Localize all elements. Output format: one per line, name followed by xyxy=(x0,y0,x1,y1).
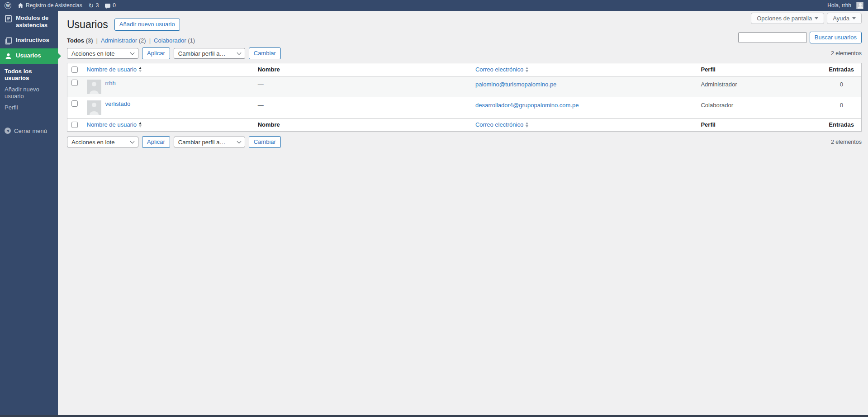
view-count: (2) xyxy=(139,37,146,44)
username-link[interactable]: verlistado xyxy=(105,100,131,107)
add-new-user-button[interactable]: Añadir nuevo usuario xyxy=(114,19,180,30)
chevron-down-icon xyxy=(237,139,241,143)
sidebar-item-usuarios[interactable]: Usuarios xyxy=(0,48,58,64)
comments-icon xyxy=(105,4,110,8)
submenu-item-perfil[interactable]: Perfil xyxy=(0,102,58,113)
users-table: Nombre de usuario Nombre Correo electrón… xyxy=(67,63,862,132)
column-footer-posts: Entradas xyxy=(829,121,854,128)
comments-count: 0 xyxy=(113,2,116,9)
user-icon xyxy=(5,52,12,60)
view-count: (1) xyxy=(188,37,195,44)
bulk-actions-select-bottom[interactable]: Acciones en lote xyxy=(67,137,138,147)
account-menu[interactable]: Hola, rrhh xyxy=(827,0,863,11)
document-pages-icon xyxy=(5,37,12,45)
help-label: Ayuda xyxy=(833,15,849,22)
home-icon xyxy=(18,3,24,9)
row-checkbox[interactable] xyxy=(71,100,78,107)
items-count: 2 elementos xyxy=(831,139,862,145)
search-users-input[interactable] xyxy=(738,32,807,43)
user-posts-count: 0 xyxy=(840,81,843,88)
row-checkbox[interactable] xyxy=(71,80,78,86)
horizontal-scrollbar[interactable] xyxy=(0,415,868,417)
change-role-value: Cambiar perfil a… xyxy=(178,50,226,57)
updates-icon: ↻ xyxy=(89,3,94,9)
select-all-checkbox[interactable] xyxy=(71,122,78,128)
apply-button-bottom[interactable]: Aplicar xyxy=(142,136,170,148)
chevron-down-icon xyxy=(237,50,241,55)
select-all-checkbox[interactable] xyxy=(71,66,78,73)
change-role-button[interactable]: Cambiar xyxy=(249,47,281,59)
chevron-down-icon xyxy=(852,17,856,21)
user-posts-count: 0 xyxy=(840,102,843,109)
admin-bar: W Registro de Asistencias ↻ 3 0 Hola, rr… xyxy=(0,0,868,11)
collapse-arrow-icon: ◀ xyxy=(5,128,11,134)
wordpress-logo-menu[interactable]: W xyxy=(5,0,11,11)
sort-icon xyxy=(526,122,528,128)
column-header-name: Nombre xyxy=(258,66,280,73)
updates-indicator[interactable]: ↻ 3 xyxy=(89,0,99,11)
user-email-link[interactable]: palomino@turismopalomino.pe xyxy=(475,81,556,88)
change-role-value: Cambiar perfil a… xyxy=(178,139,226,146)
sidebar-item-label: Modulos de asistencias xyxy=(16,14,54,29)
submenu-item-anadir-nuevo-usuario[interactable]: Añadir nuevo usuario xyxy=(0,84,58,102)
column-footer-email[interactable]: Correo electrónico xyxy=(475,121,528,128)
site-name-label: Registro de Asistencias xyxy=(26,2,82,9)
change-role-select[interactable]: Cambiar perfil a… xyxy=(174,48,245,59)
search-users-button[interactable]: Buscar usuarios xyxy=(810,32,862,43)
usuarios-submenu: Todos los usuarios Añadir nuevo usuario … xyxy=(0,64,58,116)
apply-button[interactable]: Aplicar xyxy=(142,47,170,59)
user-role: Colaborador xyxy=(701,102,733,109)
comments-indicator[interactable]: 0 xyxy=(105,0,116,11)
main-content: Opciones de pantalla Ayuda Buscar usuari… xyxy=(58,11,868,415)
change-role-select-bottom[interactable]: Cambiar perfil a… xyxy=(174,137,245,147)
help-button[interactable]: Ayuda xyxy=(827,13,862,24)
column-footer-username[interactable]: Nombre de usuario xyxy=(87,121,142,128)
view-separator: | xyxy=(149,37,151,44)
column-header-posts: Entradas xyxy=(829,66,854,73)
site-name-link[interactable]: Registro de Asistencias xyxy=(18,0,82,11)
view-administrador[interactable]: Administrador (2) xyxy=(101,37,146,44)
change-role-button-bottom[interactable]: Cambiar xyxy=(249,136,281,148)
submenu-item-todos-los-usuarios[interactable]: Todos los usuarios xyxy=(0,66,58,84)
top-bulk-actions-toolbar: Acciones en lote Aplicar Cambiar perfil … xyxy=(67,47,862,59)
table-footer-row: Nombre de usuario Nombre Correo electrón… xyxy=(67,118,862,132)
bulk-actions-value: Acciones en lote xyxy=(71,139,114,146)
updates-count: 3 xyxy=(96,2,99,9)
column-footer-role: Perfil xyxy=(701,121,716,128)
greeting-label: Hola, rrhh xyxy=(827,2,851,9)
chevron-down-icon xyxy=(130,50,135,55)
user-avatar xyxy=(856,2,863,9)
user-email-link[interactable]: desarrollador4@grupopalomino.com.pe xyxy=(475,102,579,109)
collapse-menu-button[interactable]: ◀ Cerrar menú xyxy=(0,124,58,138)
table-header-row: Nombre de usuario Nombre Correo electrón… xyxy=(67,63,862,76)
bulk-actions-select[interactable]: Acciones en lote xyxy=(67,48,138,59)
user-name: — xyxy=(258,102,264,109)
chevron-down-icon xyxy=(815,17,818,21)
column-header-username[interactable]: Nombre de usuario xyxy=(87,66,142,73)
sidebar-item-modulos-de-asistencias[interactable]: Modulos de asistencias xyxy=(0,11,58,33)
user-avatar xyxy=(87,80,101,94)
bulk-actions-value: Acciones en lote xyxy=(71,50,114,57)
view-count: (3) xyxy=(86,37,93,44)
sort-icon xyxy=(526,67,528,72)
wordpress-logo-icon: W xyxy=(5,2,11,9)
chevron-down-icon xyxy=(130,139,135,143)
column-header-email[interactable]: Correo electrónico xyxy=(475,66,528,73)
view-todos[interactable]: Todos (3) xyxy=(67,37,93,44)
screen-meta-tabs: Opciones de pantalla Ayuda xyxy=(751,13,862,24)
items-count: 2 elementos xyxy=(831,50,862,57)
user-name: — xyxy=(258,81,264,88)
username-link[interactable]: rrhh xyxy=(105,80,116,86)
screen-options-button[interactable]: Opciones de pantalla xyxy=(751,13,824,24)
column-footer-name: Nombre xyxy=(258,121,280,128)
user-search: Buscar usuarios xyxy=(738,32,862,43)
admin-sidebar: Modulos de asistencias Instructivos Usua… xyxy=(0,11,58,417)
sort-icon xyxy=(139,67,142,72)
view-colaborador[interactable]: Colaborador (1) xyxy=(154,37,195,44)
sidebar-item-instructivos[interactable]: Instructivos xyxy=(0,33,58,48)
sidebar-item-label: Instructivos xyxy=(16,37,49,44)
clipboard-list-icon xyxy=(5,15,12,23)
user-role: Administrador xyxy=(701,81,737,88)
screen-options-label: Opciones de pantalla xyxy=(757,15,812,22)
page-title: Usuarios xyxy=(67,18,108,31)
